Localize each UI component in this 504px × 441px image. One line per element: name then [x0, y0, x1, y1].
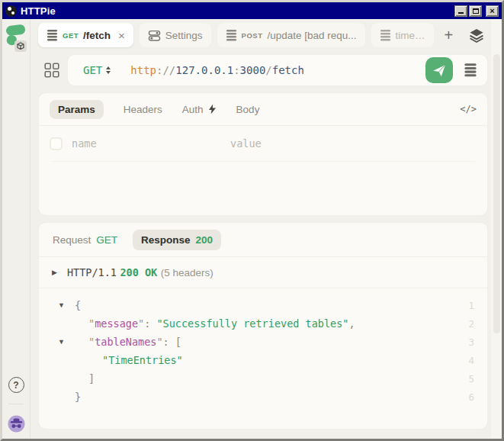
json-code: "tableNames": [	[75, 336, 181, 348]
param-row	[39, 126, 487, 161]
headers-count: (5 headers)	[161, 267, 213, 278]
help-icon: ?	[13, 380, 18, 391]
json-line: ▼{1	[39, 296, 487, 314]
layers-icon	[468, 27, 485, 43]
titlebar[interactable]: HTTPie ×	[2, 2, 502, 19]
database-icon	[47, 29, 58, 42]
close-icon: ×	[490, 6, 494, 15]
json-line: ▼"tableNames": [3	[39, 333, 487, 351]
environments-button[interactable]	[465, 26, 488, 45]
param-checkbox[interactable]	[50, 137, 63, 150]
plugin-badge-icon	[14, 40, 27, 52]
tab-auth[interactable]: Auth	[182, 100, 217, 119]
tab-get-fetch[interactable]: GET /fetch ×	[38, 23, 133, 47]
json-code: "TimeEntries"	[75, 354, 183, 366]
grid-icon	[44, 63, 59, 78]
exchange-tabs: Request GET Response 200	[39, 223, 487, 256]
lightning-icon	[208, 104, 217, 114]
collapse-node-icon[interactable]: ▼	[58, 338, 75, 346]
line-number: 4	[468, 355, 487, 366]
scrollbar-track[interactable]	[491, 19, 502, 439]
json-code: {	[75, 299, 81, 311]
json-token-punct: :	[163, 336, 175, 348]
app-body: ? GET	[2, 19, 502, 439]
new-tab-button[interactable]: +	[440, 27, 458, 43]
maximize-icon	[473, 8, 479, 14]
tab-params[interactable]: Params	[50, 100, 104, 119]
window: HTTPie × ?	[0, 0, 504, 441]
scrollbar-thumb[interactable]	[493, 54, 500, 333]
send-options-button[interactable]	[459, 61, 483, 79]
url-input[interactable]: http://127.0.0.1:3000/fetch	[130, 64, 419, 76]
divider	[51, 161, 475, 162]
param-value-input[interactable]	[230, 137, 477, 150]
main-content: GET /fetch × Settings	[30, 19, 502, 439]
database-icon	[380, 29, 391, 42]
tab-settings[interactable]: Settings	[140, 23, 211, 47]
paper-plane-icon	[432, 63, 447, 78]
response-pane: Request GET Response 200 ▶ HTTP/1.1 200 …	[38, 222, 488, 430]
url-bar: GET http://127.0.0.1:3000/fetch	[67, 54, 488, 86]
json-token-punct: ,	[348, 317, 355, 330]
url-slash: /	[265, 64, 271, 76]
json-line: "TimeEntries"4	[39, 351, 487, 369]
tab-auth-label: Auth	[182, 104, 204, 115]
request-pane: Params Headers Auth Body </>	[38, 92, 488, 216]
rail-divider	[8, 404, 24, 404]
collapse-headers-icon[interactable]: ▶	[52, 269, 57, 276]
url-colon: :	[233, 64, 239, 76]
tab-title: time…	[396, 30, 425, 41]
response-status: 200	[196, 234, 213, 246]
json-token-punct: :	[144, 317, 156, 330]
workspace-grid-button[interactable]	[44, 63, 59, 78]
chevron-updown-icon	[106, 66, 111, 74]
tab-body[interactable]: Body	[236, 100, 260, 119]
json-token-string: "Successfully retrieved tables"	[156, 317, 348, 330]
json-token-punct: {	[75, 299, 81, 311]
window-title: HTTPie	[21, 5, 56, 17]
tab-headers[interactable]: Headers	[124, 100, 162, 119]
maximize-button[interactable]	[469, 5, 482, 17]
tab-method: POST	[242, 31, 263, 40]
url-separator: ://	[156, 64, 175, 76]
close-button[interactable]: ×	[486, 5, 499, 17]
response-label: Response	[141, 234, 191, 246]
tab-strip: GET /fetch × Settings	[38, 19, 488, 51]
collapse-node-icon[interactable]: ▼	[58, 301, 75, 309]
json-token-q: "	[156, 336, 162, 348]
tab-method: GET	[63, 31, 79, 40]
line-number: 1	[468, 300, 487, 311]
json-token-string: "TimeEntries"	[102, 354, 183, 366]
settings-icon	[148, 29, 161, 42]
param-name-input[interactable]	[72, 137, 221, 150]
request-method: GET	[96, 234, 117, 246]
code-view-toggle[interactable]: </>	[460, 104, 477, 114]
json-token-q: "	[138, 317, 144, 330]
url-port: 3000	[240, 64, 266, 76]
window-controls: ×	[454, 5, 499, 17]
json-token-q: "	[88, 336, 95, 348]
tab-close-icon[interactable]: ×	[118, 30, 125, 41]
request-label: Request	[53, 234, 91, 246]
json-token-q: "	[88, 317, 95, 330]
url-row: GET http://127.0.0.1:3000/fetch	[38, 53, 488, 88]
minimize-button[interactable]	[454, 5, 467, 17]
tab-request[interactable]: Request GET	[50, 230, 120, 250]
httpie-logo[interactable]	[5, 24, 27, 53]
incognito-avatar-icon	[8, 415, 25, 433]
line-number: 2	[468, 318, 487, 330]
request-tabs: Params Headers Auth Body </>	[39, 93, 487, 125]
json-line: }6	[39, 388, 487, 406]
send-button[interactable]	[425, 57, 453, 83]
method-select[interactable]: GET	[83, 64, 111, 76]
tab-response[interactable]: Response 200	[133, 230, 221, 250]
json-line: ]5	[39, 369, 487, 388]
user-avatar[interactable]	[8, 415, 25, 433]
line-number: 3	[468, 336, 487, 348]
help-button[interactable]: ?	[8, 377, 24, 393]
database-icon	[464, 63, 477, 78]
tab-post-update[interactable]: POST /update [bad requ...	[217, 23, 365, 47]
json-token-key: message	[95, 317, 138, 330]
status-code: 200 OK	[120, 266, 157, 278]
tab-time[interactable]: time…	[371, 23, 434, 47]
